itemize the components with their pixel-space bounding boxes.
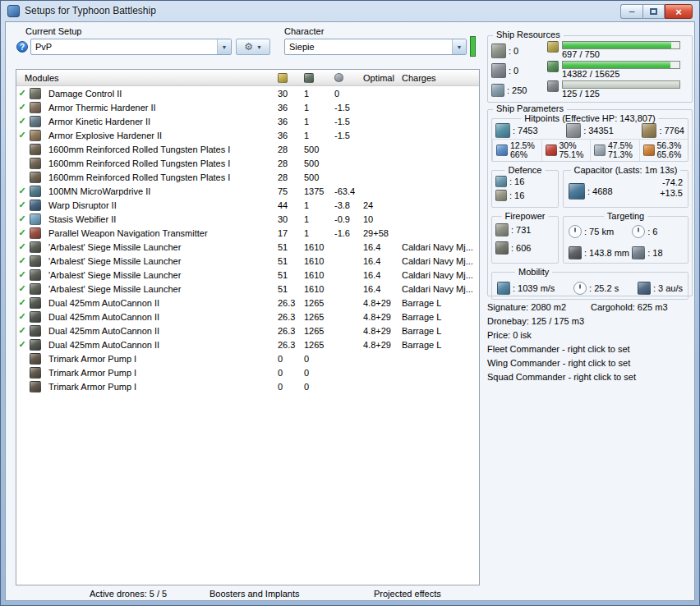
- max-targets-icon: [632, 225, 645, 238]
- chevron-down-icon[interactable]: ▼: [452, 39, 466, 54]
- chevron-down-icon[interactable]: ▼: [217, 39, 231, 54]
- module-icon: [30, 381, 41, 393]
- module-icon: [30, 172, 41, 183]
- armor-resist-value: 71.3%: [608, 150, 633, 159]
- projected-effects-section[interactable]: Projected effects: [374, 589, 441, 599]
- powergrid-column-icon[interactable]: [304, 73, 314, 83]
- module-row[interactable]: Dual 425mm AutoCannon II 26.3 1265 4.8+2…: [16, 310, 479, 324]
- module-row[interactable]: Armor Thermic Hardener II 36 1 -1.5: [16, 100, 479, 114]
- armor-resist-value: 65.6%: [657, 150, 682, 159]
- dps-value: : 606: [511, 243, 531, 253]
- module-row[interactable]: 1600mm Reinforced Rolled Tungsten Plates…: [16, 170, 479, 184]
- speed-icon: [497, 282, 510, 295]
- minimize-button[interactable]: –: [620, 4, 642, 19]
- active-drones-section[interactable]: Active drones: 5 / 5: [90, 589, 167, 599]
- module-icon: [30, 88, 41, 99]
- module-optimal: 4.8+29: [363, 340, 402, 350]
- wing-commander-slot[interactable]: Wing Commander - right click to set: [487, 358, 694, 368]
- module-cap-use: -3.8: [334, 200, 363, 210]
- resist-cell: 12.5% 66%: [492, 140, 541, 161]
- module-row[interactable]: 1600mm Reinforced Rolled Tungsten Plates…: [16, 142, 479, 156]
- max-velocity-value: : 1039 m/s: [513, 283, 555, 293]
- targeting-box: Targeting : 75 km : 6 : 143.8 mm: [563, 216, 688, 264]
- boosters-implants-section[interactable]: Boosters and Implants: [210, 589, 299, 599]
- module-row[interactable]: 'Arbalest' Siege Missile Launcher 51 161…: [16, 240, 479, 254]
- hitpoints-box: Hitpoints (Effective HP: 143,807) : 7453…: [491, 118, 688, 162]
- help-icon[interactable]: ?: [16, 41, 28, 53]
- titlebar[interactable]: Setups for Typhoon Battleship – ×: [1, 1, 699, 21]
- module-row[interactable]: 1600mm Reinforced Rolled Tungsten Plates…: [16, 156, 479, 170]
- module-row[interactable]: Trimark Armor Pump I 0 0: [16, 351, 479, 365]
- module-row[interactable]: 'Arbalest' Siege Missile Launcher 51 161…: [16, 268, 479, 282]
- armor-resist-value: 75.1%: [560, 150, 584, 159]
- module-powergrid: 1: [304, 200, 334, 210]
- module-icon: [30, 339, 41, 351]
- shield-hp-value: : 7453: [513, 126, 538, 135]
- setup-select[interactable]: PvP ▼: [30, 39, 232, 55]
- module-charges: Barrage L: [402, 326, 479, 336]
- module-row[interactable]: 100MN MicroWarpdrive II 75 1375 -63.4: [16, 184, 479, 198]
- module-row[interactable]: Dual 425mm AutoCannon II 26.3 1265 4.8+2…: [16, 296, 479, 310]
- module-powergrid: 500: [304, 158, 334, 168]
- charges-column-header[interactable]: Charges: [402, 73, 479, 83]
- armor-hp-value: : 34351: [583, 126, 614, 135]
- modules-column-header[interactable]: Modules: [16, 73, 278, 83]
- capacitor-icon: [569, 183, 585, 200]
- module-name: Dual 425mm AutoCannon II: [46, 340, 278, 350]
- module-cpu: 28: [278, 158, 304, 168]
- cpu-column-icon[interactable]: [278, 73, 288, 83]
- module-row[interactable]: Armor Kinetic Hardener II 36 1 -1.5: [16, 114, 479, 128]
- check-icon: [16, 255, 28, 266]
- module-name: Stasis Webifier II: [46, 214, 278, 224]
- capacitor-column-icon[interactable]: [334, 73, 343, 82]
- module-row[interactable]: Dual 425mm AutoCannon II 26.3 1265 4.8+2…: [16, 324, 479, 337]
- volley-value: : 731: [511, 225, 531, 235]
- defence-box: Defence : 16 : 16: [491, 170, 559, 208]
- module-row[interactable]: Warp Disruptor II 44 1 -3.8 24: [16, 198, 479, 212]
- check-icon: [16, 200, 28, 210]
- squad-commander-slot[interactable]: Squad Commander - right click to set: [487, 372, 694, 382]
- module-cpu: 51: [278, 242, 304, 252]
- module-row[interactable]: Trimark Armor Pump I 0 0: [16, 379, 479, 393]
- module-row[interactable]: Dual 425mm AutoCannon II 26.3 1265 4.8+2…: [16, 337, 479, 351]
- module-name: Damage Control II: [46, 89, 278, 99]
- powergrid-icon: [547, 61, 559, 72]
- character-select[interactable]: Siepie ▼: [284, 39, 467, 55]
- module-optimal: 10: [363, 214, 402, 224]
- module-name: Dual 425mm AutoCannon II: [46, 312, 278, 322]
- ship-parameters-panel: Ship Parameters Hitpoints (Effective HP:…: [487, 109, 693, 296]
- module-row[interactable]: Armor Explosive Hardener II 36 1 -1.5: [16, 128, 479, 142]
- module-powergrid: 1: [304, 214, 334, 224]
- module-row[interactable]: Damage Control II 30 1 0: [16, 86, 479, 100]
- scan-resolution-value: : 143.8 mm: [584, 248, 629, 258]
- module-cpu: 28: [278, 145, 304, 154]
- module-powergrid: 500: [304, 172, 334, 182]
- close-icon: ×: [675, 6, 682, 18]
- module-name: Armor Explosive Hardener II: [46, 131, 278, 140]
- capacitor-drain-value: -74.2: [662, 177, 683, 188]
- module-row[interactable]: Trimark Armor Pump I 0 0: [16, 365, 479, 379]
- module-row[interactable]: 'Arbalest' Siege Missile Launcher 51 161…: [16, 254, 479, 268]
- setup-tools-button[interactable]: ⚙ ▼: [236, 39, 270, 55]
- check-icon: [16, 88, 28, 99]
- module-row[interactable]: Stasis Webifier II 30 1 -0.9 10: [16, 212, 479, 226]
- module-icon: [30, 144, 41, 155]
- resist-type-icon: [643, 145, 655, 156]
- scan-resolution-icon: [569, 246, 582, 259]
- resist-cell: 30% 75.1%: [541, 140, 591, 161]
- capacitor-recharge-value: +13.5: [660, 188, 683, 199]
- hull-hp-value: : 7764: [659, 126, 684, 135]
- optimal-column-header[interactable]: Optimal: [363, 73, 402, 83]
- module-powergrid: 500: [304, 145, 334, 154]
- module-row[interactable]: Parallel Weapon Navigation Transmitter 1…: [16, 226, 479, 240]
- module-row[interactable]: 'Arbalest' Siege Missile Launcher 51 161…: [16, 282, 479, 296]
- fleet-commander-slot[interactable]: Fleet Commander - right click to set: [487, 344, 694, 354]
- module-cpu: 44: [278, 200, 304, 210]
- setup-value: PvP: [31, 42, 217, 52]
- module-icon: [30, 102, 41, 113]
- modules-table: Modules Optimal Charges Damage Control I…: [16, 69, 480, 585]
- character-label: Character: [284, 26, 324, 36]
- close-button[interactable]: ×: [665, 4, 693, 19]
- armor-icon: [566, 123, 581, 138]
- maximize-button[interactable]: [642, 4, 665, 19]
